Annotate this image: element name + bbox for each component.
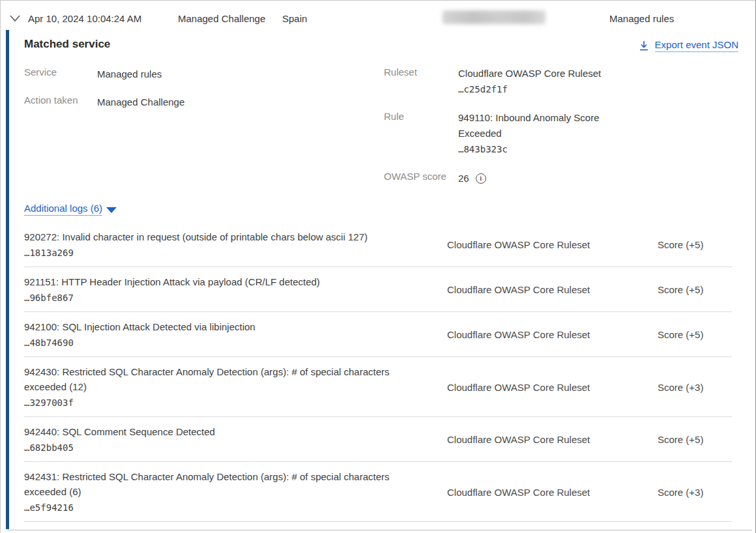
rule-name: 949110: Inbound Anomaly Score Exceeded <box>458 112 600 139</box>
caret-down-icon <box>106 207 117 213</box>
owasp-score-label: OWASP score <box>384 171 446 182</box>
log-ruleset: Cloudflare OWASP Core Ruleset <box>424 382 634 393</box>
log-rule-hash: …96bfe867 <box>24 291 415 305</box>
rule-label: Rule <box>384 111 404 122</box>
log-row: 942430: Restricted SQL Character Anomaly… <box>1 357 756 417</box>
log-rule-hash: …682bb405 <box>24 440 415 455</box>
log-score: Score (+5) <box>634 329 756 340</box>
log-rule-hash: …3297003f <box>24 396 415 410</box>
ruleset-label: Ruleset <box>384 66 417 78</box>
rule-value: 949110: Inbound Anomaly Score Exceeded …… <box>458 110 615 157</box>
log-rule-text: 920272: Invalid character in request (ou… <box>24 231 368 242</box>
info-icon[interactable]: i <box>476 173 486 184</box>
log-description: 920272: Invalid character in request (ou… <box>24 229 415 260</box>
chevron-down-icon[interactable] <box>9 14 21 23</box>
log-ruleset: Cloudflare OWASP Core Ruleset <box>424 329 634 340</box>
action-taken-value: Managed Challenge <box>97 94 184 110</box>
log-row: 942100: SQL Injection Attack Detected vi… <box>1 312 756 357</box>
log-rule-text: 942440: SQL Comment Sequence Detected <box>24 426 215 437</box>
redacted-value <box>443 10 545 24</box>
service-value: Managed rules <box>97 66 162 82</box>
log-row: 920272: Invalid character in request (ou… <box>1 222 756 267</box>
log-score: Score (+5) <box>634 434 756 445</box>
action-taken-label: Action taken <box>24 94 78 106</box>
service-label: Service <box>24 66 57 78</box>
log-score: Score (+3) <box>634 382 756 393</box>
log-score: Score (+3) <box>634 487 756 498</box>
ruleset-hash: …c25d2f1f <box>458 81 615 97</box>
additional-logs-label: Additional logs (6) <box>24 203 102 216</box>
log-rule-hash: …48b74690 <box>24 336 415 350</box>
log-rule-hash: …1813a269 <box>24 246 415 260</box>
log-row: 921151: HTTP Header Injection Attack via… <box>1 267 756 312</box>
log-ruleset: Cloudflare OWASP Core Ruleset <box>424 239 634 250</box>
log-description: 942440: SQL Comment Sequence Detected …6… <box>24 424 415 455</box>
event-timestamp: Apr 10, 2024 10:04:24 AM <box>28 13 141 24</box>
table-row-divider <box>7 530 752 530</box>
event-summary-row[interactable]: Apr 10, 2024 10:04:24 AM Managed Challen… <box>1 1 755 30</box>
log-ruleset: Cloudflare OWASP Core Ruleset <box>424 487 634 498</box>
export-event-json-label: Export event JSON <box>655 39 738 52</box>
log-ruleset: Cloudflare OWASP Core Ruleset <box>424 434 634 445</box>
log-description: 942431: Restricted SQL Character Anomaly… <box>24 469 415 515</box>
log-score: Score (+5) <box>634 284 756 295</box>
log-rule-text: 921151: HTTP Header Injection Attack via… <box>24 276 320 287</box>
log-rule-text: 942430: Restricted SQL Character Anomaly… <box>24 366 390 392</box>
log-row: 942440: SQL Comment Sequence Detected …6… <box>1 417 756 462</box>
log-rule-text: 942431: Restricted SQL Character Anomaly… <box>24 471 390 497</box>
ruleset-value: Cloudflare OWASP Core Ruleset …c25d2f1f <box>458 66 615 97</box>
ruleset-name: Cloudflare OWASP Core Ruleset <box>458 68 601 79</box>
export-event-json-link[interactable]: Export event JSON <box>639 39 738 52</box>
event-service-column: Managed rules <box>609 13 674 24</box>
log-rule-hash: …e5f94216 <box>24 500 415 515</box>
rule-hash: …843b323c <box>458 141 615 157</box>
section-title: Matched service <box>24 38 110 51</box>
log-rule-text: 942100: SQL Injection Attack Detected vi… <box>24 321 255 332</box>
event-detail-panel: Apr 10, 2024 10:04:24 AM Managed Challen… <box>0 0 756 533</box>
download-icon <box>639 40 649 51</box>
event-country: Spain <box>282 13 307 24</box>
log-score: Score (+5) <box>634 239 756 250</box>
log-description: 921151: HTTP Header Injection Attack via… <box>24 274 415 305</box>
owasp-score-value-row: 26 i <box>458 171 486 186</box>
event-action: Managed Challenge <box>178 13 265 24</box>
log-description: 942430: Restricted SQL Character Anomaly… <box>24 364 415 410</box>
log-description: 942100: SQL Injection Attack Detected vi… <box>24 319 415 350</box>
log-row: 942431: Restricted SQL Character Anomaly… <box>1 462 756 522</box>
additional-logs-toggle[interactable]: Additional logs (6) <box>24 203 117 216</box>
additional-logs-list: 920272: Invalid character in request (ou… <box>1 222 756 522</box>
owasp-score-value: 26 <box>458 171 469 186</box>
log-ruleset: Cloudflare OWASP Core Ruleset <box>424 284 634 295</box>
